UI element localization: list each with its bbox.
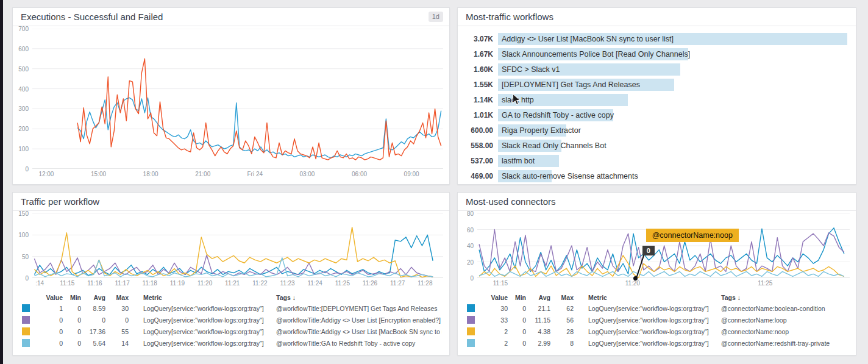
- legend-row[interactable]: 0017.3655LogQuery[service:"workflow-logs…: [16, 326, 442, 337]
- panel-title-executions: Executions - Successful and Failed: [21, 12, 163, 22]
- toplist-label: [DEPLOYMENT] Get Tags And Releases: [502, 80, 640, 89]
- x-tick-label: 12:00: [38, 171, 54, 177]
- y-tick-label: 100: [18, 232, 29, 238]
- legend-header-cell: Value: [480, 294, 508, 301]
- legend-cell: 2: [480, 340, 508, 347]
- legend-swatch: [461, 316, 480, 324]
- panel-executions-header: Executions - Successful and Failed 1d: [13, 8, 449, 26]
- legend-swatch: [16, 339, 35, 347]
- x-tick-label: 11:27: [390, 280, 405, 287]
- series-color-swatch: [467, 339, 475, 347]
- executions-plot-area[interactable]: [32, 29, 443, 169]
- toplist-row[interactable]: 1.60KSFDC > Slack v1: [464, 62, 847, 77]
- legend-cell: LogQuery[service:"workflow-logs:org:tray…: [129, 316, 269, 324]
- legend-row[interactable]: 202.998LogQuery[service:"workflow-logs:o…: [461, 337, 848, 349]
- connectors-legend-table: ValueMinAvgMaxMetricTags ↓30021.162LogQu…: [461, 293, 848, 349]
- toplist-row[interactable]: 469.00Slack auto-remove Sisense attachme…: [464, 168, 847, 184]
- legend-cell: 62: [550, 305, 574, 312]
- traffic-plot-area[interactable]: [32, 213, 443, 278]
- toplist-label: Slack Read Only Channels Bot: [502, 141, 607, 150]
- toplist-row[interactable]: 600.00Riga Property Extractor: [464, 123, 847, 138]
- series-color-swatch: [22, 316, 30, 324]
- legend-cell: LogQuery[service:"workflow-logs:org:tray…: [574, 328, 714, 335]
- legend-row[interactable]: 33011.1556LogQuery[service:"workflow-log…: [461, 314, 848, 326]
- toplist-label: Addigy <> User List [MacBook SN sync to …: [502, 35, 674, 43]
- x-tick-label: 11:15: [493, 280, 508, 287]
- series-color-swatch: [467, 316, 475, 324]
- toplist-row[interactable]: 1.67KSlack Announcements Police Bot [Rea…: [464, 46, 847, 62]
- toplist-row[interactable]: 1.01KGA to Redshift Toby - active copy: [464, 107, 847, 123]
- panel-title-most-traffic: Most-traffic workflows: [466, 12, 553, 22]
- x-tick-label: 11:21: [225, 280, 240, 287]
- toplist-track: Slack Announcements Police Bot [Read Onl…: [498, 48, 847, 60]
- legend-cell: 8.59: [81, 305, 105, 312]
- connectors-chart[interactable]: 020406080 0 @connectorName:noop 11:1511:…: [458, 211, 856, 288]
- legend-header-cell: Avg: [526, 294, 550, 301]
- connectors-x-axis: 11:1511:2011:25: [477, 278, 850, 288]
- legend-cell: 2: [480, 328, 508, 335]
- y-tick-label: 150: [18, 210, 29, 217]
- toplist-row[interactable]: 537.00lastfm bot: [464, 153, 847, 168]
- legend-header-cell: Max: [550, 294, 574, 301]
- y-tick-label: 0: [25, 166, 29, 173]
- legend-cell: 0: [508, 305, 526, 312]
- legend-cell: 0: [63, 328, 81, 335]
- toplist-label: Slack auto-remove Sisense attachments: [502, 172, 638, 180]
- x-tick-label: 06:00: [352, 171, 367, 177]
- toplist-track: Addigy <> User List [MacBook SN sync to …: [498, 33, 847, 45]
- legend-cell: @workflowTitle:GA to Redshift Toby - act…: [269, 340, 442, 347]
- legend-cell: @connectorName:loop: [714, 316, 848, 324]
- series-color-swatch: [22, 339, 30, 347]
- executions-chart[interactable]: 0100200300400500600700 12:0015:0018:0021…: [13, 26, 449, 179]
- panel-most-used-connectors: Most-used connectors 020406080 0 @connec…: [457, 192, 856, 355]
- legend-cell: 56: [550, 316, 574, 324]
- legend-header-cell: Metric: [574, 294, 714, 301]
- y-tick-label: 500: [18, 65, 29, 72]
- legend-cell: LogQuery[service:"workflow-logs:org:tray…: [129, 328, 269, 335]
- toplist-value: 1.55K: [464, 80, 493, 89]
- tooltip-value: 0: [642, 246, 655, 255]
- connectors-plot-area[interactable]: 0 @connectorName:noop: [477, 213, 850, 278]
- traffic-y-axis: 050100150: [15, 213, 32, 278]
- legend-row[interactable]: 30021.162LogQuery[service:"workflow-logs…: [461, 302, 848, 314]
- x-tick-label: 09:00: [404, 171, 419, 177]
- legend-swatch: [16, 304, 35, 312]
- legend-header-cell: Max: [105, 294, 129, 301]
- legend-row[interactable]: 108.5930LogQuery[service:"workflow-logs:…: [16, 302, 442, 314]
- x-tick-label: 11:23: [280, 280, 294, 287]
- legend-cell: 4.38: [526, 328, 550, 335]
- legend-cell: 0: [81, 316, 105, 324]
- legend-cell: LogQuery[service:"workflow-logs:org:tray…: [574, 340, 714, 347]
- legend-row[interactable]: 0000LogQuery[service:"workflow-logs:org:…: [16, 314, 442, 326]
- x-tick-label: 11:18: [143, 280, 157, 287]
- legend-cell: @connectorName:boolean-condition: [714, 305, 848, 312]
- x-tick-label: 15:00: [91, 171, 106, 177]
- y-tick-label: 60: [467, 226, 474, 233]
- legend-cell: 21.1: [526, 305, 550, 312]
- x-tick-label: 11:28: [418, 280, 432, 287]
- toplist-row[interactable]: 1.55K[DEPLOYMENT] Get Tags And Releases: [464, 77, 847, 92]
- toplist-track: Slack auto-remove Sisense attachments: [498, 170, 847, 182]
- toplist-value: 3.07K: [464, 35, 493, 43]
- x-tick-label: Fri 24: [247, 171, 263, 177]
- y-tick-label: 0: [25, 275, 29, 282]
- panel-title-traffic: Traffic per workflow: [21, 196, 99, 207]
- x-tick-label: 11:16: [87, 280, 102, 287]
- legend-row[interactable]: 005.6414LogQuery[service:"workflow-logs:…: [16, 337, 442, 349]
- legend-cell: 0: [508, 340, 526, 347]
- legend-cell: LogQuery[service:"workflow-logs:org:tray…: [129, 340, 269, 347]
- series-color-swatch: [467, 304, 475, 312]
- legend-cell: LogQuery[service:"workflow-logs:org:tray…: [574, 305, 714, 312]
- legend-row[interactable]: 204.3828LogQuery[service:"workflow-logs:…: [461, 326, 848, 337]
- toplist-label: SFDC > Slack v1: [502, 65, 560, 74]
- legend-header-cell: Min: [63, 294, 81, 301]
- series-color-swatch: [467, 327, 475, 335]
- toplist-row[interactable]: 1.14Kslack http: [464, 92, 847, 107]
- toplist-track: GA to Redshift Toby - active copy: [498, 109, 847, 121]
- y-tick-label: 600: [18, 45, 29, 52]
- traffic-chart[interactable]: 050100150 :1411:1511:1611:1711:1811:1911…: [13, 211, 449, 288]
- y-tick-label: 100: [18, 146, 29, 152]
- x-tick-label: 11:26: [363, 280, 377, 287]
- toplist-row[interactable]: 3.07KAddigy <> User List [MacBook SN syn…: [464, 31, 847, 46]
- toplist-row[interactable]: 558.00Slack Read Only Channels Bot: [464, 138, 847, 153]
